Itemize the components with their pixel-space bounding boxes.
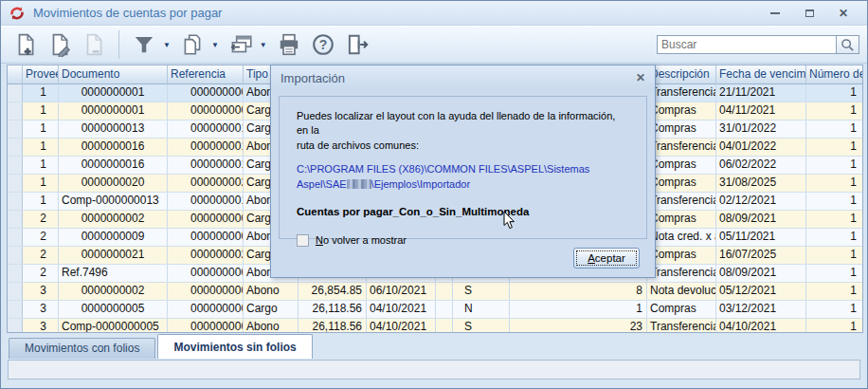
column-header[interactable]: Fecha de vencimiento <box>716 65 806 84</box>
column-header[interactable]: Descripción <box>647 65 716 84</box>
search-input[interactable] <box>657 35 837 54</box>
table-cell: 1 <box>806 301 863 318</box>
table-cell: 3 <box>23 283 59 300</box>
table-row[interactable]: 3Comp-00000000050000000005Abono26,118.56… <box>8 319 862 333</box>
table-cell: N <box>453 301 510 318</box>
table-cell: 0000000020 <box>59 175 168 192</box>
table-cell: 0000000021 <box>168 247 244 264</box>
tab-movimientos-con-folios[interactable]: Movimientos con folios <box>9 338 155 359</box>
table-cell: 8 <box>510 283 647 300</box>
table-cell: 1 <box>806 175 863 192</box>
table-cell: 0000000021 <box>59 247 168 264</box>
restore-button[interactable] <box>803 7 816 20</box>
table-cell: 1 <box>806 193 863 210</box>
table-cell: 0000000013 <box>168 193 244 210</box>
filter-dropdown-icon[interactable]: ▼ <box>161 41 175 49</box>
table-cell: 04/01/2022 <box>716 139 806 156</box>
accept-button[interactable]: Aceptar <box>573 248 640 269</box>
table-cell: 1 <box>806 265 863 282</box>
table-cell: 1 <box>23 120 59 138</box>
exit-button[interactable] <box>340 28 374 61</box>
close-icon: ✕ <box>839 7 848 20</box>
table-cell: Comp-0000000013 <box>59 193 168 210</box>
table-cell: Compras <box>647 301 716 318</box>
dialog-close-button[interactable]: ✕ <box>636 71 645 84</box>
row-gutter <box>8 301 23 318</box>
copy-button[interactable] <box>175 28 209 61</box>
export-icon <box>227 32 254 57</box>
table-cell: 0000000016 <box>59 139 168 156</box>
table-cell: 21/11/2021 <box>716 84 806 102</box>
edit-document-button[interactable] <box>43 28 77 61</box>
table-cell: Abono <box>244 319 298 333</box>
table-cell: 1 <box>510 301 647 318</box>
row-gutter <box>8 319 23 333</box>
close-button[interactable]: ✕ <box>837 7 850 20</box>
titlebar: Movimientos de cuentas por pagar ✕ <box>1 1 867 26</box>
table-cell: Transferencia <box>647 265 716 282</box>
mouse-cursor <box>503 211 516 231</box>
table-cell: 0000000020 <box>168 175 244 192</box>
table-cell: Cargo <box>244 301 298 318</box>
table-cell: 26,118.56 <box>298 301 367 318</box>
window-title: Movimientos de cuentas por pagar <box>33 6 222 20</box>
row-gutter <box>8 265 23 282</box>
table-cell: 1 <box>806 157 863 174</box>
row-gutter <box>8 247 23 264</box>
column-header[interactable]: Número de <box>806 65 863 84</box>
row-gutter <box>8 229 23 246</box>
table-cell: 0000000002 <box>59 283 168 300</box>
print-button[interactable] <box>272 28 306 61</box>
tab-movimientos-sin-folios[interactable]: Movimientos sin folios <box>157 334 312 359</box>
toolbar-separator <box>118 30 119 59</box>
export-dropdown-icon[interactable]: ▼ <box>258 41 272 49</box>
table-cell: 04/11/2021 <box>716 102 806 120</box>
table-row[interactable]: 300000000020000000002Abono26,854.8506/10… <box>8 283 862 301</box>
status-bar <box>8 360 860 380</box>
table-cell: 04/10/2021 <box>716 319 806 333</box>
table-cell: 3 <box>23 301 59 318</box>
table-cell: 0000000002 <box>59 211 168 228</box>
dialog-titlebar: Importación ✕ <box>271 65 655 90</box>
table-cell: 0000000000 <box>168 265 244 282</box>
column-header[interactable]: Documento <box>59 65 168 84</box>
table-cell: Transferencia <box>647 84 716 102</box>
table-cell: 0000000013 <box>59 120 168 138</box>
dialog-title: Importación <box>280 71 345 85</box>
table-cell: Compras <box>647 120 716 138</box>
row-gutter <box>8 139 23 156</box>
row-gutter <box>8 193 23 210</box>
table-cell: 1 <box>806 319 863 333</box>
table-cell: 0000000002 <box>168 211 244 228</box>
table-cell: 23 <box>510 319 647 333</box>
column-header[interactable] <box>8 65 23 84</box>
table-cell: 0000000009 <box>59 229 168 246</box>
filter-button[interactable] <box>127 28 161 61</box>
table-cell: 08/09/2021 <box>716 265 806 282</box>
dont-show-again-checkbox[interactable] <box>297 234 309 247</box>
table-row[interactable]: 300000000050000000005Cargo26,118.5604/10… <box>8 301 862 319</box>
table-cell: 1 <box>806 283 863 300</box>
export-button[interactable] <box>224 28 258 61</box>
minimize-button[interactable] <box>769 7 782 20</box>
table-cell: Compras <box>647 157 716 174</box>
add-document-button[interactable] <box>9 28 43 61</box>
table-cell: 0000000005 <box>59 301 168 318</box>
table-cell: 0000000005 <box>168 319 244 333</box>
copy-dropdown-icon[interactable]: ▼ <box>209 41 224 49</box>
table-cell: 1 <box>806 229 863 246</box>
copy-icon <box>180 32 205 57</box>
help-button[interactable]: ? <box>306 28 340 61</box>
delete-document-icon <box>81 32 106 57</box>
delete-document-button[interactable] <box>77 28 111 61</box>
column-header[interactable]: Proveedor <box>23 65 59 84</box>
table-cell: S <box>453 283 510 300</box>
print-icon <box>277 32 301 57</box>
dialog-message: Puedes localizar el layout con la ayuda … <box>297 109 629 153</box>
table-cell <box>436 283 453 300</box>
column-header[interactable]: Referencia <box>168 65 244 84</box>
table-cell: Transferencia <box>647 319 716 333</box>
table-cell: 1 <box>806 211 863 228</box>
search-button[interactable] <box>837 35 859 54</box>
svg-text:?: ? <box>318 37 327 52</box>
